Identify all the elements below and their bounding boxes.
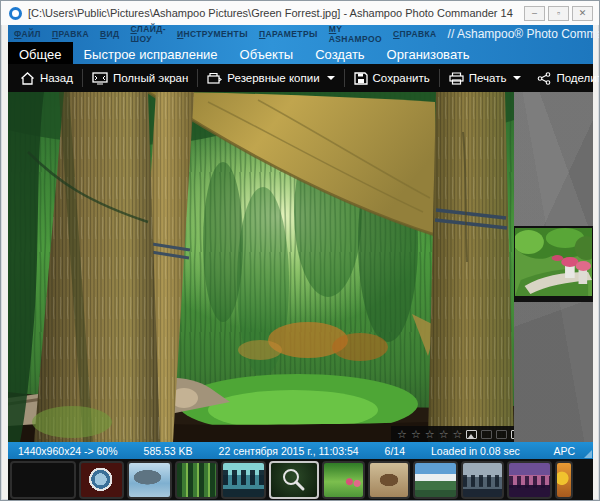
minimize-button[interactable]: – — [524, 6, 545, 21]
rating-star-icon[interactable]: ☆ — [439, 429, 449, 440]
toolbar-separator — [197, 69, 198, 87]
tab-objects[interactable]: Объекты — [229, 42, 305, 64]
status-loaded: Loaded in 0.08 sec — [431, 445, 520, 457]
status-filesize: 585.53 KB — [144, 445, 193, 457]
backup-copies-button[interactable]: Резервные копии — [199, 64, 342, 92]
tab-create[interactable]: Создать — [304, 42, 375, 64]
thumbnail-porthole-ocean[interactable] — [79, 461, 124, 499]
print-button[interactable]: Печать — [441, 64, 530, 92]
tabbar: Общее Быстрое исправление Объекты Создат… — [8, 42, 593, 64]
app-window: [C:\Users\Public\Pictures\Ashampoo Pictu… — [0, 0, 600, 501]
save-button[interactable]: Сохранить — [346, 64, 438, 92]
status-resolution: 1440x960x24 -> 60% — [18, 445, 118, 457]
toolbar-separator — [439, 69, 440, 87]
menu-view[interactable]: ВИД — [100, 29, 120, 39]
rotate-right-icon[interactable] — [496, 430, 507, 439]
tab-organize[interactable]: Организовать — [376, 42, 481, 64]
window-title: [C:\Users\Public\Pictures\Ashampoo Pictu… — [28, 7, 518, 19]
thumbnail-city-dusk[interactable] — [461, 461, 504, 499]
menu-tools[interactable]: ИНСТРУМЕНТЫ — [177, 29, 248, 39]
thumbnail-night-harbor[interactable] — [10, 461, 76, 499]
rating-star-icon[interactable]: ☆ — [411, 429, 421, 440]
garden-path-thumbnail-image — [515, 228, 592, 296]
edit-icon[interactable] — [511, 430, 514, 439]
thumbnail-dolphin[interactable] — [127, 461, 172, 499]
back-button[interactable]: Назад — [12, 64, 81, 92]
chevron-down-icon — [327, 76, 335, 80]
resize-grip[interactable] — [584, 450, 592, 458]
menu-my-ashampoo[interactable]: MY ASHAMPOO — [329, 24, 382, 44]
picture-icon[interactable] — [466, 430, 477, 439]
menu-help[interactable]: СПРАВКА — [393, 29, 437, 39]
thumbnail-purple-skyline[interactable] — [507, 461, 552, 499]
fullscreen-button[interactable]: Полный экран — [84, 64, 196, 92]
rotate-left-icon[interactable] — [481, 430, 492, 439]
tab-quick-fix[interactable]: Быстрое исправление — [73, 42, 229, 64]
close-button[interactable]: ✕ — [572, 6, 593, 21]
maximize-button[interactable]: ▫ — [548, 6, 569, 21]
ribbon-header: ФАЙЛ ПРАВКА ВИД СЛАЙД-ШОУ ИНСТРУМЕНТЫ ПА… — [8, 25, 593, 64]
status-datetime: 22 сентября 2015 г., 11:03:54 — [219, 445, 359, 457]
filmstrip — [8, 459, 593, 501]
save-icon — [354, 72, 368, 85]
thumbnail-current-selected[interactable] — [269, 461, 319, 499]
menu-file[interactable]: ФАЙЛ — [14, 29, 41, 39]
thumbnail-bamboo-forest[interactable] — [175, 461, 218, 499]
chevron-down-icon — [513, 76, 521, 80]
photo-viewer[interactable]: ☆ ☆ ☆ ☆ ☆ — [8, 92, 514, 442]
thumbnail-city-harbor[interactable] — [221, 461, 266, 499]
statusbar: 1440x960x24 -> 60% 585.53 KB 22 сентября… — [8, 442, 593, 459]
titlebar: [C:\Users\Public\Pictures\Ashampoo Pictu… — [1, 1, 599, 25]
status-mode: APC — [553, 445, 575, 457]
preview-sidebar — [514, 92, 593, 442]
menubar: ФАЙЛ ПРАВКА ВИД СЛАЙД-ШОУ ИНСТРУМЕНТЫ ПА… — [8, 25, 593, 42]
share-button[interactable]: Поделиться — [529, 64, 600, 92]
thumbnail-sunflower-sunset[interactable] — [555, 461, 573, 499]
rating-star-icon[interactable]: ☆ — [425, 429, 435, 440]
viewer-overlay-bar: ☆ ☆ ☆ ☆ ☆ — [391, 426, 514, 442]
main-content: ☆ ☆ ☆ ☆ ☆ — [8, 92, 593, 442]
green-forrest-image — [8, 92, 514, 442]
next-image-thumbnail[interactable] — [514, 226, 593, 302]
thumbnail-mountain-lake[interactable] — [413, 461, 458, 499]
printer-icon — [449, 72, 464, 85]
toolbar-separator — [344, 69, 345, 87]
magnifier-icon — [271, 463, 317, 497]
backup-icon — [207, 72, 222, 85]
tab-general[interactable]: Общее — [8, 42, 73, 64]
rating-star-icon[interactable]: ☆ — [453, 429, 463, 440]
menu-edit[interactable]: ПРАВКА — [52, 29, 89, 39]
window-controls: – ▫ ✕ — [524, 6, 593, 21]
status-index: 6/14 — [385, 445, 405, 457]
share-icon — [537, 72, 551, 85]
menu-options[interactable]: ПАРАМЕТРЫ — [259, 29, 318, 39]
thumbnail-garden-path[interactable] — [322, 461, 365, 499]
home-icon — [20, 72, 35, 85]
thumbnail-goat-on-sand[interactable] — [368, 461, 410, 499]
app-logo-icon — [9, 7, 22, 20]
menu-slideshow[interactable]: СЛАЙД-ШОУ — [130, 24, 165, 44]
app-branding: // Ashampoo® Photo Commander 14 — [448, 27, 600, 41]
rating-star-icon[interactable]: ☆ — [397, 429, 407, 440]
toolbar-separator — [82, 69, 83, 87]
toolbar: Назад Полный экран Резервные копии Сохра… — [8, 64, 593, 92]
fullscreen-icon — [92, 72, 108, 85]
